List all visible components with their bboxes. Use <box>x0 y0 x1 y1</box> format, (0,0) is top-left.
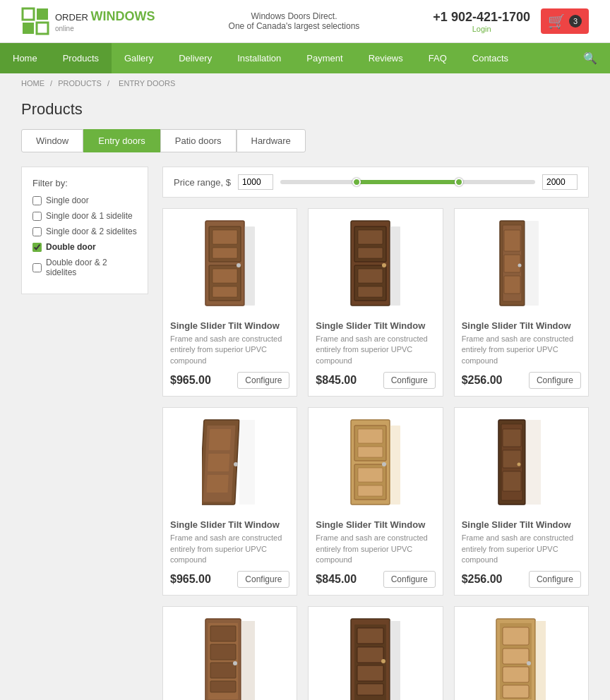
svg-point-74 <box>527 661 531 665</box>
svg-rect-32 <box>208 454 229 471</box>
product-name-1: Single Slider Tilt Window <box>170 320 289 331</box>
svg-rect-44 <box>390 426 400 505</box>
nav-delivery[interactable]: Delivery <box>166 43 225 73</box>
configure-btn-6[interactable]: Configure <box>529 571 581 588</box>
product-name-4: Single Slider Tilt Window <box>170 519 289 530</box>
product-desc-6: Frame and sash are constructed entirely … <box>462 533 581 565</box>
configure-btn-2[interactable]: Configure <box>383 372 436 389</box>
product-name-2: Single Slider Tilt Window <box>316 320 435 331</box>
tab-patio-doors[interactable]: Patio doors <box>160 129 237 152</box>
phone-area: +1 902-421-1700 Login <box>433 10 530 33</box>
nav-installation[interactable]: Installation <box>225 43 294 73</box>
price-range-bar: Price range, $ <box>162 167 589 198</box>
breadcrumb: HOME / PRODUCTS / ENTRY DOORS <box>0 73 610 93</box>
svg-rect-18 <box>358 269 383 283</box>
logo-windows: WINDOWS <box>91 9 155 23</box>
svg-rect-17 <box>358 248 383 258</box>
price-slider-handle-left[interactable] <box>352 178 361 186</box>
product-card-2: Single Slider Tilt Window Frame and sash… <box>308 208 443 397</box>
nav-contacts[interactable]: Contacts <box>460 43 521 73</box>
product-image-9 <box>462 614 581 700</box>
svg-rect-56 <box>210 663 236 678</box>
svg-rect-3 <box>37 23 48 34</box>
nav-faq[interactable]: FAQ <box>416 43 460 73</box>
product-card-9: Single Slider Tilt Window Frame and sash… <box>454 606 589 700</box>
product-desc-4: Frame and sash are constructed entirely … <box>170 533 289 565</box>
configure-btn-1[interactable]: Configure <box>237 372 289 389</box>
sidebar-filter: Filter by: Single door Single door & 1 s… <box>21 167 148 294</box>
svg-point-66 <box>381 659 385 663</box>
price-min-input[interactable] <box>238 174 273 190</box>
filter-single-1sidelite-checkbox[interactable] <box>32 212 42 221</box>
svg-rect-10 <box>213 286 237 297</box>
configure-btn-3[interactable]: Configure <box>529 372 581 389</box>
filter-double-door-checkbox[interactable] <box>32 243 42 252</box>
svg-rect-31 <box>208 429 231 450</box>
header-tagline: Windows Doors Direct. One of Canada's la… <box>229 11 360 31</box>
price-slider-handle-right[interactable] <box>455 178 463 186</box>
logo-online: online <box>55 25 155 33</box>
product-image-7 <box>170 614 289 700</box>
product-price-3: $256.00 <box>462 374 503 387</box>
svg-rect-9 <box>213 269 237 283</box>
svg-point-20 <box>382 263 386 267</box>
product-footer-3: $256.00 Configure <box>462 372 581 389</box>
tab-window[interactable]: Window <box>21 129 83 152</box>
main-content: Filter by: Single door Single door & 1 s… <box>0 159 610 700</box>
nav-reviews[interactable]: Reviews <box>356 43 416 73</box>
svg-rect-2 <box>23 23 34 34</box>
door-svg-8 <box>347 617 404 700</box>
search-icon[interactable]: 🔍 <box>570 44 610 72</box>
svg-rect-34 <box>239 420 255 505</box>
door-svg-9 <box>493 617 549 700</box>
product-card-5: Single Slider Tilt Window Frame and sash… <box>308 407 443 596</box>
filter-double-2sidelites-checkbox[interactable] <box>32 263 42 272</box>
product-desc-5: Frame and sash are constructed entirely … <box>316 533 435 565</box>
product-image-8 <box>316 614 435 700</box>
price-range-label: Price range, $ <box>174 177 231 188</box>
filter-single-2sidelites-checkbox[interactable] <box>32 227 42 236</box>
svg-rect-16 <box>358 230 383 244</box>
svg-rect-0 <box>23 8 34 20</box>
header-right: +1 902-421-1700 Login 🛒 3 <box>433 8 589 34</box>
nav-payment[interactable]: Payment <box>294 43 355 73</box>
cart-button[interactable]: 🛒 3 <box>541 8 589 34</box>
product-card-4: Single Slider Tilt Window Frame and sash… <box>162 407 297 596</box>
product-image-3 <box>462 216 581 315</box>
svg-rect-57 <box>210 681 236 692</box>
filter-double-door: Double door <box>32 242 137 252</box>
product-price-5: $845.00 <box>316 573 357 586</box>
tab-entry-doors[interactable]: Entry doors <box>83 129 160 152</box>
nav-gallery[interactable]: Gallery <box>112 43 166 73</box>
svg-rect-7 <box>213 230 237 244</box>
tab-hardware[interactable]: Hardware <box>237 129 306 152</box>
configure-btn-5[interactable]: Configure <box>383 571 436 588</box>
svg-rect-71 <box>503 648 529 664</box>
product-card-3: Single Slider Tilt Window Frame and sash… <box>454 208 589 397</box>
logo-order: ORDER <box>55 12 88 23</box>
nav-home[interactable]: Home <box>0 43 50 73</box>
svg-rect-40 <box>358 447 383 457</box>
header: ORDER WINDOWS online Windows Doors Direc… <box>0 0 610 43</box>
product-card-7: Single Slider Tilt Window Frame and sash… <box>162 606 297 700</box>
configure-btn-4[interactable]: Configure <box>237 571 289 588</box>
breadcrumb-home[interactable]: HOME <box>21 79 44 88</box>
price-slider-track[interactable] <box>280 180 535 184</box>
product-grid: Single Slider Tilt Window Frame and sash… <box>162 208 589 700</box>
svg-rect-28 <box>525 221 539 306</box>
product-price-4: $965.00 <box>170 573 211 586</box>
product-footer-2: $845.00 Configure <box>316 372 435 389</box>
nav-products[interactable]: Products <box>50 43 112 73</box>
svg-rect-49 <box>503 471 521 491</box>
price-max-input[interactable] <box>542 174 578 190</box>
login-link[interactable]: Login <box>433 25 530 33</box>
door-svg-3 <box>493 219 549 311</box>
product-image-2 <box>316 216 435 315</box>
product-footer-6: $256.00 Configure <box>462 571 581 588</box>
filter-single-door-checkbox[interactable] <box>32 196 42 205</box>
svg-rect-12 <box>244 227 255 306</box>
door-svg-5 <box>347 418 404 510</box>
breadcrumb-products[interactable]: PRODUCTS <box>58 79 102 88</box>
svg-rect-67 <box>390 621 400 700</box>
logo-icon <box>21 7 49 35</box>
